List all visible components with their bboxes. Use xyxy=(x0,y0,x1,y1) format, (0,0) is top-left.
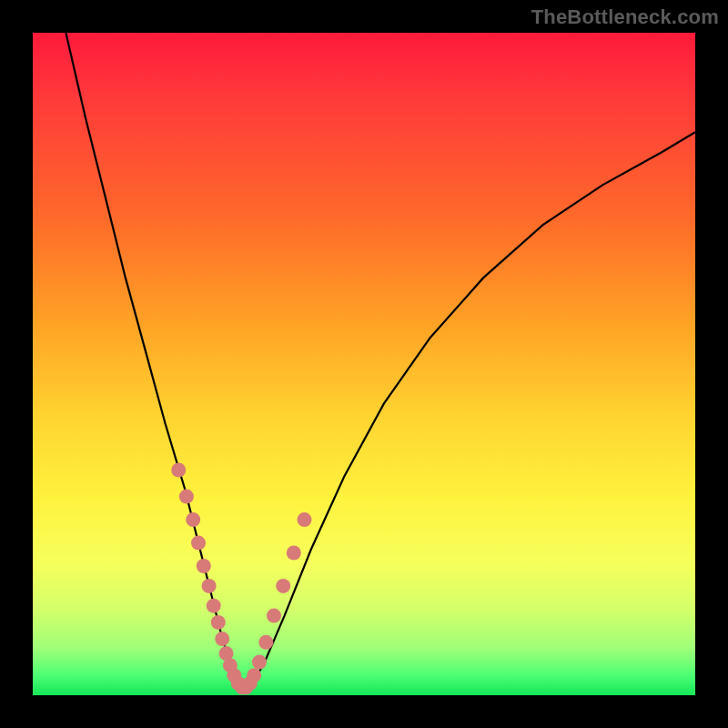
highlight-dot xyxy=(215,632,229,646)
highlight-dot xyxy=(287,546,301,561)
curve-overlay xyxy=(33,33,695,695)
highlight-dot xyxy=(171,463,186,478)
highlight-dot xyxy=(186,512,200,527)
highlight-dot xyxy=(298,512,312,527)
plot-area xyxy=(33,33,695,695)
bottleneck-curve xyxy=(66,33,695,692)
highlight-dot xyxy=(276,579,290,593)
highlight-dot xyxy=(252,655,267,670)
highlight-dot xyxy=(179,490,194,504)
highlight-dot xyxy=(247,668,261,682)
highlight-dot xyxy=(197,559,211,573)
highlight-dot xyxy=(258,635,273,650)
highlight-dot xyxy=(202,579,217,593)
highlight-dot xyxy=(207,599,221,613)
highlight-dots xyxy=(171,463,311,695)
highlight-dot xyxy=(191,536,206,551)
highlight-dot xyxy=(211,615,226,630)
highlight-dot xyxy=(267,609,281,623)
watermark-text: TheBottleneck.com xyxy=(531,5,719,29)
chart-frame: TheBottleneck.com xyxy=(0,0,728,728)
